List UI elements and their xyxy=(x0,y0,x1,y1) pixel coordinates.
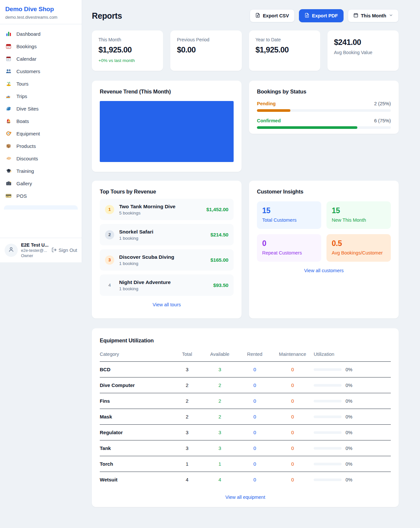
logout-icon xyxy=(52,247,57,254)
cell-maintenance: 0 xyxy=(271,456,314,472)
cell-maintenance: 0 xyxy=(271,440,314,456)
revenue-trend-chart xyxy=(100,101,234,162)
avatar xyxy=(5,244,18,257)
sidebar-item-label: Customers xyxy=(16,69,40,74)
status-label: Pending xyxy=(257,101,276,106)
cell-maintenance: 0 xyxy=(271,409,314,425)
sidebar-item-label: POS xyxy=(16,193,27,199)
stat-label: Avg Booking Value xyxy=(334,50,392,55)
sidebar-item-equipment[interactable]: Equipment xyxy=(0,127,82,140)
sidebar: Demo Dive Shop demo.test.divestreams.com… xyxy=(0,0,82,262)
tile-new-this-month: 15 New This Month xyxy=(326,201,391,229)
sidebar-item-training[interactable]: Training xyxy=(0,165,82,177)
main-content: Reports Export CSV Export PDF This Month… xyxy=(92,0,399,507)
sidebar-item-calendar[interactable]: Calendar xyxy=(0,52,82,65)
sidebar-item-label: Dashboard xyxy=(16,31,40,37)
export-csv-label: Export CSV xyxy=(263,13,289,18)
export-pdf-button[interactable]: Export PDF xyxy=(299,9,344,22)
utilization-bar xyxy=(314,416,342,418)
stat-card-avg-booking-value: $241.00 Avg Booking Value xyxy=(327,30,399,71)
sidebar-item-reports-active-partial[interactable] xyxy=(4,205,78,210)
utilization-pct: 0% xyxy=(346,477,352,482)
utilization-cell: 0% xyxy=(314,461,391,467)
sidebar-item-label: Boats xyxy=(16,118,29,124)
tour-info: Snorkel Safari 1 booking xyxy=(119,229,153,241)
page-header: Reports Export CSV Export PDF This Month xyxy=(92,0,399,22)
page-title: Reports xyxy=(92,11,122,21)
utilization-pct: 0% xyxy=(346,383,352,388)
sidebar-item-gallery[interactable]: Gallery xyxy=(0,177,82,190)
tour-bookings: 5 bookings xyxy=(119,211,176,215)
people-icon xyxy=(5,68,12,74)
cell-total: 2 xyxy=(173,393,202,409)
stat-value: $0.00 xyxy=(177,45,235,54)
cell-category: Torch xyxy=(100,456,173,472)
sidebar-item-tours[interactable]: Tours xyxy=(0,77,82,90)
column-header-total: Total xyxy=(173,348,202,362)
calendar-date-icon: 17 xyxy=(5,43,12,49)
rank-badge: 2 xyxy=(105,230,114,239)
sign-out-label: Sign Out xyxy=(59,248,77,253)
cell-total: 4 xyxy=(173,472,202,488)
sidebar-item-trips[interactable]: Trips xyxy=(0,90,82,102)
sidebar-item-bookings[interactable]: 17 Bookings xyxy=(0,40,82,52)
tile-value: 0 xyxy=(262,239,316,248)
period-select[interactable]: This Month xyxy=(348,9,399,22)
top-tours-title: Top Tours by Revenue xyxy=(100,189,234,195)
sidebar-item-label: Trips xyxy=(16,93,27,99)
period-label: This Month xyxy=(361,13,386,18)
cell-available: 1 xyxy=(201,456,238,472)
sidebar-header: Demo Dive Shop demo.test.divestreams.com xyxy=(0,0,82,24)
cell-category: BCD xyxy=(100,362,173,377)
tour-name: Snorkel Safari xyxy=(119,229,153,235)
view-all-tours-link[interactable]: View all tours xyxy=(100,302,234,307)
view-all-customers-link[interactable]: View all customers xyxy=(257,268,391,273)
view-all-equipment-link[interactable]: View all equipment xyxy=(100,495,391,500)
cell-category: Mask xyxy=(100,409,173,425)
revenue-trend-title: Revenue Trend (This Month) xyxy=(100,89,234,95)
table-row: Tank 3 3 0 0 0% xyxy=(100,440,391,456)
speedboat-icon xyxy=(5,93,12,99)
cell-rented: 0 xyxy=(238,425,271,440)
cell-category: Dive Computer xyxy=(100,377,173,393)
table-row: Mask 2 2 0 0 0% xyxy=(100,409,391,425)
insight-tiles: 15 Total Customers 15 New This Month 0 R… xyxy=(257,201,391,262)
sidebar-item-discounts[interactable]: Discounts xyxy=(0,152,82,165)
rank-badge: 3 xyxy=(105,255,114,265)
sidebar-item-products[interactable]: Products xyxy=(0,140,82,152)
sidebar-item-dashboard[interactable]: Dashboard xyxy=(0,28,82,40)
sidebar-item-pos[interactable]: POS xyxy=(0,190,82,202)
sign-out-button[interactable]: Sign Out xyxy=(52,247,77,254)
tile-value: 0.5 xyxy=(332,239,386,248)
tour-info: Discover Scuba Diving 1 booking xyxy=(119,254,174,266)
export-csv-button[interactable]: Export CSV xyxy=(250,9,295,22)
cell-available: 3 xyxy=(201,425,238,440)
utilization-pct: 0% xyxy=(346,367,352,372)
bookings-by-status-title: Bookings by Status xyxy=(257,89,391,95)
stat-card-previous-period: Previous Period $0.00 xyxy=(170,30,242,71)
calendar-icon xyxy=(353,13,358,19)
cell-total: 3 xyxy=(173,362,202,377)
camera-icon xyxy=(5,180,12,186)
sidebar-item-dive-sites[interactable]: Dive Sites xyxy=(0,102,82,115)
sidebar-item-customers[interactable]: Customers xyxy=(0,65,82,77)
tour-revenue: $93.50 xyxy=(213,282,228,288)
rank-badge: 1 xyxy=(105,205,114,214)
cell-rented: 0 xyxy=(238,472,271,488)
utilization-bar xyxy=(314,447,342,450)
sidebar-item-boats[interactable]: Boats xyxy=(0,115,82,127)
user-panel: E2E Test U... e2e-tester@... Owner Sign … xyxy=(0,238,82,262)
wave-icon xyxy=(5,106,12,112)
table-row: Fins 2 2 0 0 0% xyxy=(100,393,391,409)
progress-fill xyxy=(257,126,357,129)
svg-text:17: 17 xyxy=(7,46,10,48)
stat-value: $241.00 xyxy=(334,38,392,47)
tour-name: Discover Scuba Diving xyxy=(119,254,174,260)
table-row: Dive Computer 2 2 0 0 0% xyxy=(100,377,391,393)
tour-name: Night Dive Adventure xyxy=(119,279,171,285)
cell-total: 3 xyxy=(173,440,202,456)
sidebar-item-label: Training xyxy=(16,168,34,174)
stat-cards: This Month $1,925.00 +0% vs last month P… xyxy=(92,30,399,71)
table-header-row: Category Total Available Rented Maintena… xyxy=(100,348,391,362)
cell-total: 1 xyxy=(173,456,202,472)
